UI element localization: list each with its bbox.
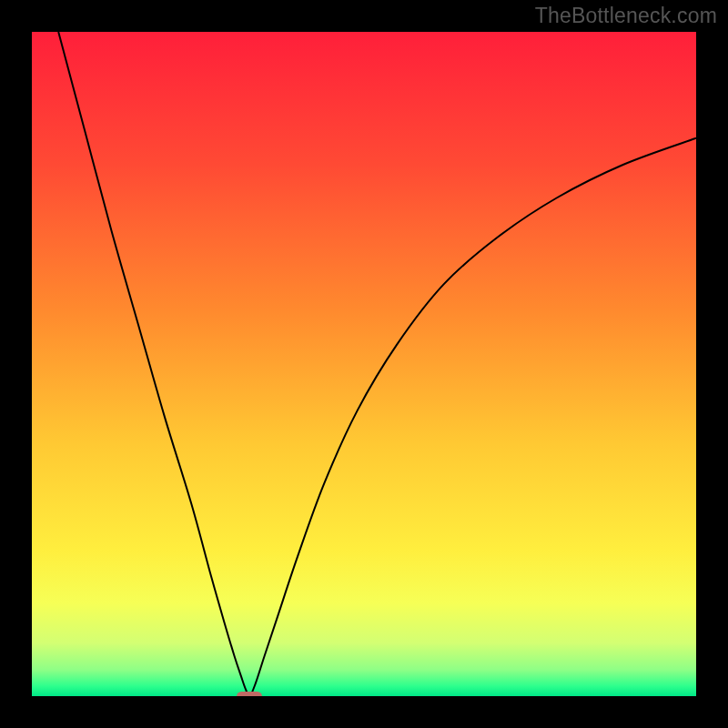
bottleneck-curve [32,32,696,696]
min-marker [237,692,262,697]
watermark-text: TheBottleneck.com [535,4,717,28]
plot-area [32,32,696,696]
chart-frame: TheBottleneck.com [0,0,728,728]
